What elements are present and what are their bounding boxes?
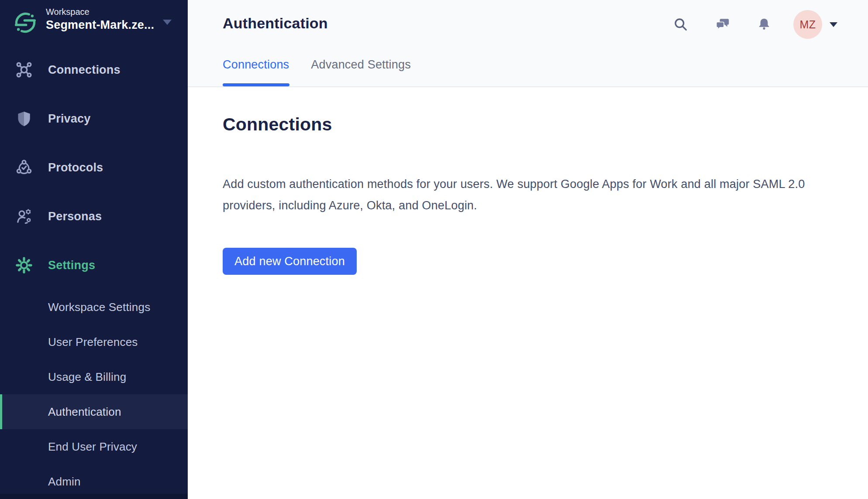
sidebar-item-label: Protocols xyxy=(48,161,103,174)
avatar-initials: MZ xyxy=(799,18,816,31)
tab-connections[interactable]: Connections xyxy=(223,58,289,72)
sidebar-item-usage-billing[interactable]: Usage & Billing xyxy=(0,359,188,394)
content-area: Connections Add custom authentication me… xyxy=(188,87,868,499)
sidebar-item-authentication[interactable]: Authentication xyxy=(0,394,188,429)
sidebar-bottom-strip xyxy=(0,494,188,499)
header-actions: MZ xyxy=(188,0,868,49)
workspace-text-block: Workspace Segment-Mark.ze... xyxy=(46,6,154,32)
main-panel: Authentication xyxy=(188,0,868,499)
avatar[interactable]: MZ xyxy=(793,10,822,39)
shield-icon xyxy=(14,109,34,128)
sidebar-item-privacy[interactable]: Privacy xyxy=(0,94,188,143)
sub-item-label: Admin xyxy=(48,475,81,489)
sidebar-item-personas[interactable]: Personas xyxy=(0,192,188,241)
workspace-switcher[interactable]: Workspace Segment-Mark.ze... xyxy=(0,0,188,45)
bell-icon[interactable] xyxy=(757,17,772,34)
app-root: Workspace Segment-Mark.ze... Connections xyxy=(0,0,868,499)
tab-advanced-settings[interactable]: Advanced Settings xyxy=(311,58,411,72)
chevron-down-icon[interactable] xyxy=(163,20,172,25)
section-heading: Connections xyxy=(223,114,332,135)
sidebar-item-label: Personas xyxy=(48,210,102,223)
chevron-down-icon[interactable] xyxy=(830,22,837,27)
sidebar-item-user-preferences[interactable]: User Preferences xyxy=(0,325,188,359)
sidebar: Workspace Segment-Mark.ze... Connections xyxy=(0,0,188,499)
settings-sub-menu: Workspace Settings User Preferences Usag… xyxy=(0,290,188,499)
sidebar-item-settings[interactable]: Settings xyxy=(0,241,188,290)
sub-item-label: User Preferences xyxy=(48,335,138,349)
sidebar-item-protocols[interactable]: Protocols xyxy=(0,143,188,192)
workspace-label: Workspace xyxy=(46,6,154,17)
protocols-icon xyxy=(14,158,34,177)
active-tab-underline xyxy=(223,83,289,86)
add-new-connection-button[interactable]: Add new Connection xyxy=(223,248,357,275)
sidebar-item-label: Connections xyxy=(48,63,121,77)
chat-icon[interactable] xyxy=(715,17,730,34)
segment-logo-icon xyxy=(13,10,38,35)
page-header: Authentication xyxy=(188,0,868,87)
sidebar-item-workspace-settings[interactable]: Workspace Settings xyxy=(0,290,188,325)
personas-icon xyxy=(14,207,34,226)
sidebar-item-connections[interactable]: Connections xyxy=(0,45,188,94)
sub-item-label: Usage & Billing xyxy=(48,370,126,384)
gear-icon xyxy=(14,256,34,275)
sidebar-item-end-user-privacy[interactable]: End User Privacy xyxy=(0,429,188,464)
sidebar-item-label: Settings xyxy=(48,259,95,272)
sidebar-nav: Connections Privacy xyxy=(0,45,188,499)
sidebar-item-label: Privacy xyxy=(48,112,90,126)
connections-icon xyxy=(14,60,34,79)
tab-bar: Connections Advanced Settings xyxy=(223,58,411,72)
sub-item-label: Authentication xyxy=(48,405,121,419)
sub-item-label: End User Privacy xyxy=(48,440,137,454)
sub-item-label: Workspace Settings xyxy=(48,301,150,314)
workspace-name: Segment-Mark.ze... xyxy=(46,17,154,32)
search-icon[interactable] xyxy=(673,17,688,34)
section-description: Add custom authentication methods for yo… xyxy=(223,174,849,216)
